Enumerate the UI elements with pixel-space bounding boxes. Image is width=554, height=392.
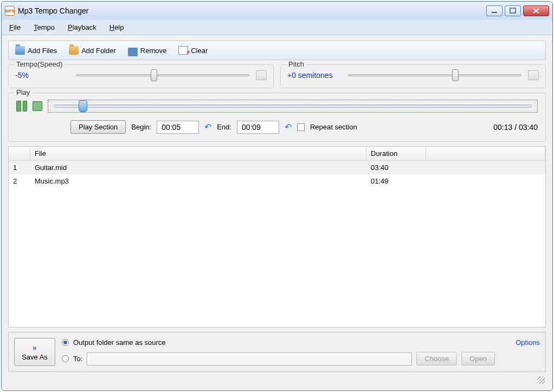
output-same-label: Output folder same as source [73,338,166,347]
pitch-slider-thumb[interactable] [452,69,459,81]
chevron-right-icon: » [33,343,37,352]
begin-set-icon[interactable]: ↶ [204,122,211,132]
menu-file[interactable]: File [7,22,23,32]
resize-grip[interactable] [537,376,545,384]
table-row[interactable]: 2Music.mp301:49 [9,174,545,188]
progress-slider[interactable] [54,104,532,108]
add-folder-label: Add Folder [81,47,116,55]
end-label: End: [217,123,231,131]
minimize-button[interactable] [486,5,503,16]
add-files-label: Add Files [28,47,57,55]
clear-button[interactable]: Clear [176,45,210,56]
tempo-reset-button[interactable] [256,70,267,80]
add-folder-button[interactable]: Add Folder [67,45,118,56]
progress-thumb[interactable] [79,100,87,112]
remove-label: Remove [140,47,166,55]
cell-file: Guitar.mid [30,162,366,173]
begin-input[interactable] [157,121,199,134]
titlebar[interactable]: MP3 Mp3 Tempo Changer [2,2,552,20]
svg-rect-1 [510,8,516,13]
output-panel: » Save As Output folder same as source O… [8,332,546,372]
window-title: Mp3 Tempo Changer [18,6,484,15]
play-section-button[interactable]: Play Section [70,120,126,134]
clear-label: Clear [191,47,208,55]
file-list: File Duration 1Guitar.mid03:402Music.mp3… [8,146,546,328]
menubar: File Tempo Playback Help [2,20,552,35]
table-row[interactable]: 1Guitar.mid03:40 [9,161,545,174]
pitch-legend: Pitch [286,60,306,68]
options-link[interactable]: Options [516,338,540,347]
output-to-radio[interactable] [62,355,69,362]
menu-tempo[interactable]: Tempo [31,22,57,32]
tempo-value: -5% [15,71,69,80]
menu-help[interactable]: Help [107,22,126,32]
cell-index: 2 [9,176,30,186]
output-path-input[interactable] [87,352,412,365]
output-to-label: To: [73,355,82,363]
col-file[interactable]: File [30,147,366,160]
tempo-slider[interactable] [76,74,249,76]
choose-button[interactable]: Choose [416,352,457,365]
repeat-checkbox[interactable] [297,123,305,131]
pitch-slider[interactable] [348,74,521,76]
svg-rect-0 [492,12,497,13]
stop-button[interactable] [33,101,42,111]
content: Add Files Add Folder Remove Clear Tempo(… [2,35,552,390]
remove-button[interactable]: Remove [126,43,169,57]
tempo-panel: Tempo(Speed) -5% [8,64,274,88]
cell-duration: 01:49 [366,176,426,186]
tempo-slider-thumb[interactable] [151,69,157,81]
save-as-button[interactable]: » Save As [14,338,55,366]
folder-open-icon [15,46,25,55]
open-button[interactable]: Open [461,352,495,365]
output-same-radio[interactable] [62,339,69,346]
add-files-button[interactable]: Add Files [13,45,59,56]
minus-icon [128,48,138,56]
repeat-label: Repeat section [310,123,357,131]
col-duration[interactable]: Duration [366,147,426,160]
menu-playback[interactable]: Playback [66,22,99,32]
toolbar: Add Files Add Folder Remove Clear [8,41,546,60]
maximize-button[interactable] [505,5,521,16]
begin-label: Begin: [131,123,151,131]
pitch-panel: Pitch +0 semitones [280,64,546,88]
col-index[interactable] [9,147,30,160]
pitch-value: +0 semitones [287,71,342,80]
file-list-body: 1Guitar.mid03:402Music.mp301:49 [9,161,545,188]
end-set-icon[interactable]: ↶ [285,122,292,132]
app-icon: MP3 [5,6,15,16]
save-as-label: Save As [22,353,48,361]
folder-icon [69,46,79,55]
end-input[interactable] [237,121,279,134]
cell-duration: 03:40 [366,162,426,173]
close-button[interactable] [523,5,549,16]
tempo-legend: Tempo(Speed) [14,60,65,68]
time-display: 00:13 / 03:40 [493,123,538,132]
file-list-header: File Duration [9,147,545,161]
document-delete-icon [178,46,188,55]
pause-button[interactable] [16,101,27,112]
play-panel: Play Play Section Begin: ↶ End: ↶ [8,93,546,142]
play-legend: Play [14,88,32,96]
pitch-reset-button[interactable] [528,70,539,80]
cell-index: 1 [9,162,30,173]
app-window: MP3 Mp3 Tempo Changer File Tempo Playbac… [1,1,553,391]
cell-file: Music.mp3 [30,176,366,186]
progress-container [48,100,538,113]
col-spacer [426,147,545,160]
